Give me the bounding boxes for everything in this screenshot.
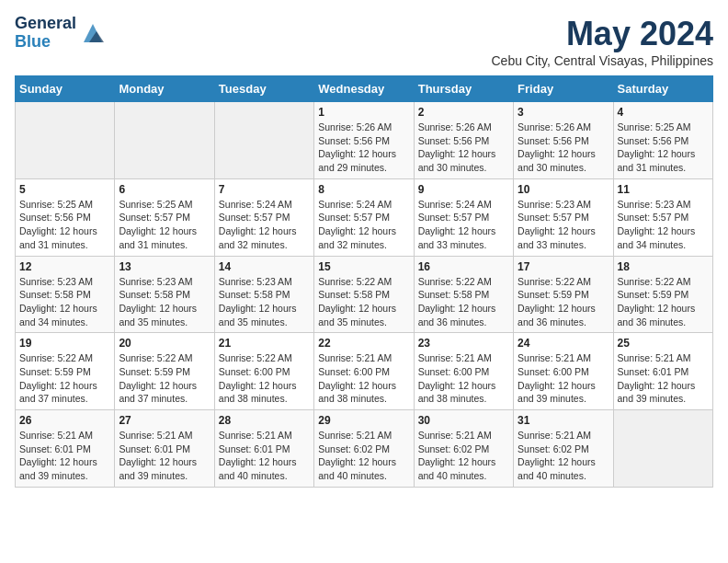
day-cell: 27Sunrise: 5:21 AM Sunset: 6:01 PM Dayli… xyxy=(115,410,214,488)
day-info: Sunrise: 5:26 AM Sunset: 5:56 PM Dayligh… xyxy=(518,121,596,173)
week-row: 5Sunrise: 5:25 AM Sunset: 5:56 PM Daylig… xyxy=(16,178,713,256)
header-cell-sunday: Sunday xyxy=(16,76,115,102)
day-cell: 8Sunrise: 5:24 AM Sunset: 5:57 PM Daylig… xyxy=(314,178,414,256)
day-info: Sunrise: 5:24 AM Sunset: 5:57 PM Dayligh… xyxy=(318,199,396,250)
day-cell: 14Sunrise: 5:23 AM Sunset: 5:58 PM Dayli… xyxy=(214,256,313,333)
day-number: 18 xyxy=(618,260,709,273)
logo-blue-text: Blue xyxy=(15,33,76,52)
day-cell xyxy=(613,410,712,488)
day-info: Sunrise: 5:22 AM Sunset: 5:59 PM Dayligh… xyxy=(19,352,97,404)
header-cell-thursday: Thursday xyxy=(414,76,513,102)
day-number: 10 xyxy=(518,183,609,196)
day-number: 1 xyxy=(318,106,409,119)
day-number: 22 xyxy=(318,337,409,350)
day-number: 24 xyxy=(518,337,609,350)
day-cell: 4Sunrise: 5:25 AM Sunset: 5:56 PM Daylig… xyxy=(613,102,712,179)
day-info: Sunrise: 5:22 AM Sunset: 5:59 PM Dayligh… xyxy=(518,276,596,327)
day-number: 5 xyxy=(19,183,110,196)
day-number: 2 xyxy=(418,106,509,119)
day-number: 28 xyxy=(219,414,310,427)
day-cell: 2Sunrise: 5:26 AM Sunset: 5:56 PM Daylig… xyxy=(414,102,513,179)
day-info: Sunrise: 5:25 AM Sunset: 5:56 PM Dayligh… xyxy=(618,121,696,173)
day-number: 14 xyxy=(219,260,310,273)
day-cell: 30Sunrise: 5:21 AM Sunset: 6:02 PM Dayli… xyxy=(414,410,513,488)
day-number: 9 xyxy=(418,183,509,196)
day-number: 3 xyxy=(518,106,609,119)
title-area: May 2024 Cebu City, Central Visayas, Phi… xyxy=(492,15,714,68)
day-cell: 23Sunrise: 5:21 AM Sunset: 6:00 PM Dayli… xyxy=(414,333,513,410)
logo: General Blue xyxy=(15,15,106,52)
header-row: SundayMondayTuesdayWednesdayThursdayFrid… xyxy=(16,76,713,102)
day-info: Sunrise: 5:21 AM Sunset: 6:01 PM Dayligh… xyxy=(618,352,696,404)
logo-general-text: General xyxy=(15,15,76,33)
day-info: Sunrise: 5:23 AM Sunset: 5:57 PM Dayligh… xyxy=(618,199,696,250)
day-number: 26 xyxy=(19,414,110,427)
day-info: Sunrise: 5:23 AM Sunset: 5:58 PM Dayligh… xyxy=(119,276,197,327)
day-cell: 22Sunrise: 5:21 AM Sunset: 6:00 PM Dayli… xyxy=(314,333,414,410)
day-number: 4 xyxy=(618,106,709,119)
day-cell: 1Sunrise: 5:26 AM Sunset: 5:56 PM Daylig… xyxy=(314,102,414,179)
day-number: 30 xyxy=(418,414,509,427)
day-cell: 16Sunrise: 5:22 AM Sunset: 5:58 PM Dayli… xyxy=(414,256,513,333)
header-cell-wednesday: Wednesday xyxy=(314,76,414,102)
calendar-header: SundayMondayTuesdayWednesdayThursdayFrid… xyxy=(16,76,713,102)
header-cell-friday: Friday xyxy=(514,76,613,102)
day-number: 11 xyxy=(618,183,709,196)
day-number: 20 xyxy=(119,337,210,350)
day-cell xyxy=(115,102,214,179)
day-number: 19 xyxy=(19,337,110,350)
day-cell: 18Sunrise: 5:22 AM Sunset: 5:59 PM Dayli… xyxy=(613,256,712,333)
header-cell-tuesday: Tuesday xyxy=(214,76,313,102)
day-cell: 13Sunrise: 5:23 AM Sunset: 5:58 PM Dayli… xyxy=(115,256,214,333)
day-info: Sunrise: 5:23 AM Sunset: 5:57 PM Dayligh… xyxy=(518,199,596,250)
day-number: 21 xyxy=(219,337,310,350)
day-number: 17 xyxy=(518,260,609,273)
day-info: Sunrise: 5:21 AM Sunset: 6:00 PM Dayligh… xyxy=(518,352,596,404)
day-info: Sunrise: 5:22 AM Sunset: 6:00 PM Dayligh… xyxy=(219,352,297,404)
day-info: Sunrise: 5:24 AM Sunset: 5:57 PM Dayligh… xyxy=(418,199,496,250)
day-cell: 7Sunrise: 5:24 AM Sunset: 5:57 PM Daylig… xyxy=(214,178,313,256)
calendar-table: SundayMondayTuesdayWednesdayThursdayFrid… xyxy=(15,75,713,488)
day-cell: 12Sunrise: 5:23 AM Sunset: 5:58 PM Dayli… xyxy=(16,256,115,333)
day-number: 29 xyxy=(318,414,409,427)
day-info: Sunrise: 5:21 AM Sunset: 6:02 PM Dayligh… xyxy=(418,430,496,481)
day-info: Sunrise: 5:26 AM Sunset: 5:56 PM Dayligh… xyxy=(318,121,396,173)
day-cell: 9Sunrise: 5:24 AM Sunset: 5:57 PM Daylig… xyxy=(414,178,513,256)
day-info: Sunrise: 5:21 AM Sunset: 6:01 PM Dayligh… xyxy=(119,430,197,481)
day-info: Sunrise: 5:23 AM Sunset: 5:58 PM Dayligh… xyxy=(19,276,97,327)
day-info: Sunrise: 5:21 AM Sunset: 6:02 PM Dayligh… xyxy=(318,430,396,481)
day-number: 23 xyxy=(418,337,509,350)
day-number: 16 xyxy=(418,260,509,273)
week-row: 26Sunrise: 5:21 AM Sunset: 6:01 PM Dayli… xyxy=(16,410,713,488)
day-info: Sunrise: 5:23 AM Sunset: 5:58 PM Dayligh… xyxy=(219,276,297,327)
day-info: Sunrise: 5:25 AM Sunset: 5:57 PM Dayligh… xyxy=(119,199,197,250)
day-info: Sunrise: 5:21 AM Sunset: 6:02 PM Dayligh… xyxy=(518,430,596,481)
day-number: 31 xyxy=(518,414,609,427)
week-row: 12Sunrise: 5:23 AM Sunset: 5:58 PM Dayli… xyxy=(16,256,713,333)
day-cell: 10Sunrise: 5:23 AM Sunset: 5:57 PM Dayli… xyxy=(514,178,613,256)
day-info: Sunrise: 5:21 AM Sunset: 6:00 PM Dayligh… xyxy=(418,352,496,404)
calendar-body: 1Sunrise: 5:26 AM Sunset: 5:56 PM Daylig… xyxy=(16,102,713,488)
day-cell: 20Sunrise: 5:22 AM Sunset: 5:59 PM Dayli… xyxy=(115,333,214,410)
day-cell: 31Sunrise: 5:21 AM Sunset: 6:02 PM Dayli… xyxy=(514,410,613,488)
day-number: 7 xyxy=(219,183,310,196)
day-cell: 25Sunrise: 5:21 AM Sunset: 6:01 PM Dayli… xyxy=(613,333,712,410)
main-title: May 2024 xyxy=(492,15,714,53)
week-row: 1Sunrise: 5:26 AM Sunset: 5:56 PM Daylig… xyxy=(16,102,713,179)
day-cell: 5Sunrise: 5:25 AM Sunset: 5:56 PM Daylig… xyxy=(16,178,115,256)
day-info: Sunrise: 5:26 AM Sunset: 5:56 PM Dayligh… xyxy=(418,121,496,173)
day-info: Sunrise: 5:22 AM Sunset: 5:58 PM Dayligh… xyxy=(318,276,396,327)
day-number: 27 xyxy=(119,414,210,427)
day-cell: 24Sunrise: 5:21 AM Sunset: 6:00 PM Dayli… xyxy=(514,333,613,410)
day-cell: 26Sunrise: 5:21 AM Sunset: 6:01 PM Dayli… xyxy=(16,410,115,488)
subtitle: Cebu City, Central Visayas, Philippines xyxy=(492,53,714,68)
day-cell: 29Sunrise: 5:21 AM Sunset: 6:02 PM Dayli… xyxy=(314,410,414,488)
day-number: 6 xyxy=(119,183,210,196)
day-cell: 15Sunrise: 5:22 AM Sunset: 5:58 PM Dayli… xyxy=(314,256,414,333)
day-cell: 6Sunrise: 5:25 AM Sunset: 5:57 PM Daylig… xyxy=(115,178,214,256)
day-info: Sunrise: 5:21 AM Sunset: 6:01 PM Dayligh… xyxy=(19,430,97,481)
day-info: Sunrise: 5:22 AM Sunset: 5:59 PM Dayligh… xyxy=(618,276,696,327)
day-number: 8 xyxy=(318,183,409,196)
day-info: Sunrise: 5:21 AM Sunset: 6:01 PM Dayligh… xyxy=(219,430,297,481)
header-cell-saturday: Saturday xyxy=(613,76,712,102)
